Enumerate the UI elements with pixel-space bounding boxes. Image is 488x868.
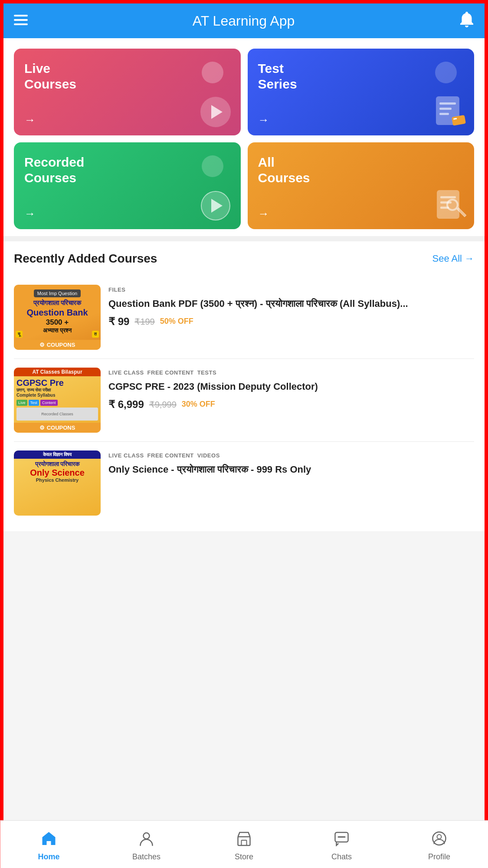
course-tag: VIDEOS — [197, 452, 220, 459]
at-classes-header: AT Classes Bilaspur — [14, 368, 101, 376]
cgpsc-photo-row: Recorded Classes — [16, 408, 98, 421]
all-courses-arrow: → — [258, 207, 464, 220]
course-tags-3: LIVE CLASS FREE CONTENT VIDEOS — [108, 452, 474, 459]
cgpsc-logo-text: CGPSC Pre — [16, 378, 98, 388]
nav-home[interactable]: Home — [0, 821, 98, 868]
svg-rect-10 — [440, 196, 456, 198]
course-tags-2: LIVE CLASS FREE CONTENT TESTS — [108, 369, 474, 376]
price-current-1: ₹ 99 — [108, 316, 129, 328]
test-series-card[interactable]: TestSeries → — [248, 49, 475, 135]
svg-rect-0 — [14, 15, 28, 16]
see-all-link[interactable]: See All → — [432, 253, 475, 264]
recently-added-title: Recently Added Courses — [14, 252, 157, 266]
thumb-hindi-title-1: प्रयोगशाला परिचारक — [18, 299, 96, 307]
course-thumbnail-1: Most Imp Question प्रयोगशाला परिचारक Que… — [14, 285, 101, 350]
live-courses-card[interactable]: LiveCourses → — [14, 49, 241, 135]
recorded-courses-arrow: → — [24, 207, 230, 220]
live-courses-arrow: → — [24, 113, 230, 127]
home-icon — [41, 831, 57, 850]
price-original-2: ₹9,999 — [149, 399, 177, 410]
coupon-badge-1: ⚙COUPONS — [14, 340, 101, 350]
svg-rect-15 — [238, 837, 250, 845]
physics-chemistry: Physics Chemistry — [16, 477, 98, 483]
only-science-main: Only Science — [16, 468, 98, 477]
course-item[interactable]: केवल विज्ञान विषय प्रयोगशाला परिचारक Onl… — [14, 442, 474, 524]
svg-rect-5 — [439, 108, 452, 110]
course-thumbnail-2: AT Classes Bilaspur CGPSC Pre छत्तग्. रा… — [14, 368, 101, 433]
chats-icon — [334, 831, 350, 850]
course-tags-1: FILES — [108, 286, 474, 293]
hamburger-icon[interactable] — [14, 13, 28, 28]
cgpsc-subtitle: छत्तग्. राज्य सेवा परीक्षाComplete Sylla… — [16, 388, 98, 398]
svg-point-14 — [144, 833, 150, 839]
most-imp-badge: Most Imp Question — [34, 289, 81, 297]
recorded-courses-card[interactable]: RecordedCourses → — [14, 142, 241, 229]
svg-point-20 — [437, 835, 442, 839]
test-series-title: TestSeries — [258, 61, 464, 92]
price-discount-2: 30% OFF — [182, 400, 215, 409]
course-tag: FILES — [108, 286, 125, 293]
course-info-3: LIVE CLASS FREE CONTENT VIDEOS Only Scie… — [108, 450, 474, 516]
app-title: AT Learning App — [193, 13, 295, 29]
course-thumbnail-3: केवल विज्ञान विषय प्रयोगशाला परिचारक Onl… — [14, 450, 101, 516]
all-courses-card[interactable]: AllCourses → — [248, 142, 475, 229]
section-header: Recently Added Courses See All → — [14, 252, 474, 266]
svg-rect-11 — [440, 201, 452, 204]
course-tag: FREE CONTENT — [147, 369, 194, 376]
thumb-main-title-1: Question Bank — [18, 308, 96, 317]
course-tag: TESTS — [197, 369, 216, 376]
recently-added-section: Recently Added Courses See All → Most Im… — [3, 241, 485, 531]
store-icon — [236, 831, 252, 850]
thumb-label-right-1: त — [92, 331, 99, 338]
course-name-3: Only Science - प्रयोगशाला परिचारक - 999 … — [108, 463, 474, 476]
test-series-arrow: → — [258, 113, 464, 127]
svg-rect-16 — [242, 840, 247, 845]
live-courses-title: LiveCourses — [24, 61, 230, 92]
svg-rect-2 — [14, 23, 28, 25]
app-header: AT Learning App — [3, 3, 485, 38]
svg-rect-1 — [14, 19, 28, 21]
cgpsc-feature-1: Live — [16, 400, 27, 406]
course-name-1: Question Bank PDF (3500 + प्रश्न) - प्रय… — [108, 297, 474, 310]
course-item[interactable]: AT Classes Bilaspur CGPSC Pre छत्तग्. रा… — [14, 359, 474, 442]
nav-chats[interactable]: Chats — [293, 821, 390, 868]
coupon-badge-2: ⚙COUPONS — [14, 423, 101, 433]
course-info-2: LIVE CLASS FREE CONTENT TESTS CGPSC PRE … — [108, 368, 474, 433]
nav-chats-label: Chats — [331, 852, 352, 861]
category-cards-grid: LiveCourses → TestSeries → — [3, 38, 485, 236]
bottom-nav: Home Batches Store Chat — [0, 820, 488, 868]
all-courses-title: AllCourses — [258, 155, 464, 186]
course-item[interactable]: Most Imp Question प्रयोगशाला परिचारक Que… — [14, 276, 474, 359]
section-divider — [3, 236, 485, 241]
course-tag: LIVE CLASS — [108, 452, 144, 459]
svg-rect-4 — [439, 102, 456, 105]
price-original-1: ₹199 — [134, 316, 154, 327]
course-tag: FREE CONTENT — [147, 452, 194, 459]
nav-profile-label: Profile — [428, 852, 450, 861]
cgpsc-feature-2: Test — [29, 400, 39, 406]
nav-profile[interactable]: Profile — [390, 821, 488, 868]
thumb-label-left-1: यू — [16, 331, 23, 338]
nav-batches[interactable]: Batches — [98, 821, 195, 868]
course-name-2: CGPSC PRE - 2023 (Mission Deputy Collect… — [108, 380, 474, 393]
course-pricing-2: ₹ 6,999 ₹9,999 30% OFF — [108, 398, 474, 411]
nav-store[interactable]: Store — [195, 821, 293, 868]
only-science-header: केवल विज्ञान विषय — [14, 450, 101, 459]
nav-store-label: Store — [235, 852, 253, 861]
course-tag: LIVE CLASS — [108, 369, 144, 376]
course-pricing-1: ₹ 99 ₹199 50% OFF — [108, 316, 474, 328]
notification-icon[interactable] — [459, 12, 474, 30]
recorded-courses-title: RecordedCourses — [24, 155, 230, 186]
nav-batches-label: Batches — [132, 852, 160, 861]
prayog-title-3: प्रयोगशाला परिचारक — [16, 460, 98, 468]
batches-icon — [139, 831, 154, 850]
course-info-1: FILES Question Bank PDF (3500 + प्रश्न) … — [108, 285, 474, 350]
cgpsc-feature-3: Content — [40, 400, 58, 406]
nav-home-label: Home — [38, 852, 59, 861]
price-current-2: ₹ 6,999 — [108, 398, 144, 411]
price-discount-1: 50% OFF — [160, 317, 193, 326]
thumb-count-1: 3500 + — [18, 318, 96, 327]
profile-icon — [432, 831, 447, 850]
svg-rect-18 — [338, 836, 346, 838]
